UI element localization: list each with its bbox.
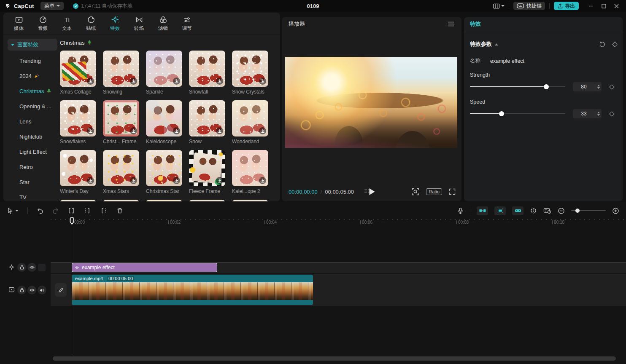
preview-axis-toggle[interactable] [512, 206, 523, 215]
shortcuts-button[interactable]: 快捷键 [513, 2, 545, 10]
name-label: 名称 [470, 57, 490, 64]
keyframe-diamond-icon[interactable] [612, 42, 618, 47]
render-preview-icon[interactable] [543, 207, 551, 214]
minimize-button[interactable] [586, 1, 596, 11]
effect-track-lock-button[interactable] [17, 263, 26, 272]
play-button[interactable] [370, 188, 375, 195]
mirror-split-icon[interactable] [530, 207, 537, 214]
effect-card[interactable]: Kalei...ope 2 [232, 150, 268, 195]
speed-stepper[interactable] [595, 109, 602, 118]
effect-card[interactable]: Snowing [103, 51, 139, 95]
keyframe-diamond-icon[interactable] [609, 84, 615, 90]
strength-slider[interactable] [470, 84, 565, 90]
video-track-hide-button[interactable] [27, 286, 36, 294]
zoom-in-icon[interactable] [612, 207, 619, 214]
sidebar-item-star[interactable]: Star [8, 174, 57, 190]
slider-thumb[interactable] [499, 111, 504, 116]
reset-icon[interactable] [599, 41, 605, 48]
effect-card[interactable]: Christ... Frame [103, 100, 139, 145]
strength-stepper[interactable] [595, 82, 602, 91]
sidebar-item-retro[interactable]: Retro [8, 159, 57, 174]
effect-card[interactable] [146, 200, 182, 201]
effect-card[interactable]: Sparkle [146, 51, 182, 95]
delete-right-icon[interactable] [100, 207, 108, 214]
ratio-button[interactable]: Ratio [426, 188, 442, 195]
effect-card[interactable]: Xmas Collage [60, 51, 96, 95]
menu-button[interactable]: 菜单 [40, 2, 64, 10]
export-button[interactable]: 导出 [554, 2, 579, 10]
sidebar-item-2024[interactable]: 2024 [8, 68, 57, 83]
timeline-ruler[interactable]: 00:00 00:02 00:04 00:06 00:08 00:10 [0, 218, 626, 227]
close-button[interactable] [611, 1, 622, 11]
tab-filters[interactable]: 滤镜 [151, 16, 175, 32]
player-menu-icon[interactable] [448, 21, 455, 27]
collapse-caret-icon[interactable] [495, 43, 498, 46]
effect-card[interactable]: Wonderland [232, 100, 268, 145]
effect-track-hide-button[interactable] [27, 263, 36, 272]
media-toolbar: 媒体 音频 TI 文本 贴纸 特效 转场 [3, 13, 280, 35]
sidebar-item-nightclub[interactable]: Nightclub [8, 129, 57, 144]
tab-text[interactable]: TI 文本 [55, 16, 79, 32]
effect-card[interactable] [60, 200, 96, 201]
sidebar-item-lens[interactable]: Lens [8, 114, 57, 129]
tab-effects[interactable]: 特效 [103, 16, 127, 32]
effect-card[interactable]: Fleece Frame [189, 150, 225, 195]
video-preview[interactable] [285, 57, 457, 148]
zoom-out-icon[interactable] [558, 207, 565, 214]
slider-thumb[interactable] [575, 209, 580, 213]
effect-clip[interactable]: example effect [72, 263, 217, 272]
svg-text:TI: TI [64, 16, 69, 23]
effect-card[interactable] [103, 200, 139, 201]
tab-stickers[interactable]: 贴纸 [79, 16, 103, 32]
delete-icon[interactable] [116, 207, 123, 214]
keyframe-diamond-icon[interactable] [609, 111, 615, 117]
tab-audio[interactable]: 音频 [31, 16, 55, 32]
effect-card[interactable]: Christmas Star [146, 150, 182, 195]
current-time: 00:00:00:00 [289, 189, 318, 195]
effect-card[interactable]: Snow Crystals [232, 51, 268, 95]
split-icon[interactable] [68, 207, 75, 214]
effect-card[interactable]: Snowfall [189, 51, 225, 95]
edit-track-button[interactable] [55, 283, 67, 297]
sidebar-item-tv[interactable]: TV [8, 190, 57, 201]
select-tool-button[interactable] [7, 207, 19, 214]
tab-adjust[interactable]: 调节 [175, 16, 199, 32]
undo-icon[interactable] [37, 207, 43, 214]
effect-thumbnail [232, 100, 268, 136]
effect-card[interactable] [189, 200, 225, 201]
fullscreen-icon[interactable] [449, 188, 456, 195]
workspace-layout-button[interactable] [493, 3, 505, 9]
delete-left-icon[interactable] [84, 207, 91, 214]
sidebar-item-trending[interactable]: Trending [8, 53, 57, 68]
effect-thumbnail [189, 150, 225, 186]
redo-icon[interactable] [52, 207, 59, 214]
sidebar-item-screen-effects[interactable]: 画面特效 [8, 39, 57, 51]
sidebar-item-light-effect[interactable]: Light Effect [8, 144, 57, 159]
video-clip[interactable]: example.mp4 00:00:05:00 [72, 275, 313, 305]
playhead-handle[interactable] [70, 217, 74, 225]
timeline-zoom-slider[interactable] [571, 208, 606, 213]
effect-card[interactable]: Winter's Day [60, 150, 96, 195]
sidebar-item-label: Opening & ... [19, 103, 51, 110]
focus-zoom-icon[interactable] [412, 188, 419, 195]
snap-toggle[interactable] [477, 206, 488, 215]
video-track-lock-button[interactable] [17, 286, 26, 294]
sidebar-item-christmas[interactable]: Christmas [8, 83, 57, 99]
linkage-toggle[interactable] [494, 206, 506, 215]
speed-slider[interactable] [470, 111, 565, 117]
video-track-mute-button[interactable] [38, 286, 46, 294]
tab-media[interactable]: 媒体 [7, 16, 31, 32]
effect-card[interactable]: Snowflakes [60, 100, 96, 145]
speed-value-input[interactable]: 33 [573, 109, 595, 118]
tab-transitions[interactable]: 转场 [127, 16, 151, 32]
maximize-button[interactable] [598, 1, 609, 11]
effect-card[interactable]: Kaleidoscope [146, 100, 182, 145]
effect-card[interactable]: Xmas Stars [103, 150, 139, 195]
timeline-horizontal-scrollbar[interactable] [53, 356, 616, 361]
record-voiceover-icon[interactable] [457, 207, 464, 214]
sidebar-item-opening[interactable]: Opening & ... [8, 99, 57, 114]
effect-card[interactable]: Snow [189, 100, 225, 145]
strength-value-input[interactable]: 80 [573, 82, 595, 91]
slider-thumb[interactable] [544, 84, 549, 89]
effect-card[interactable] [232, 200, 268, 201]
